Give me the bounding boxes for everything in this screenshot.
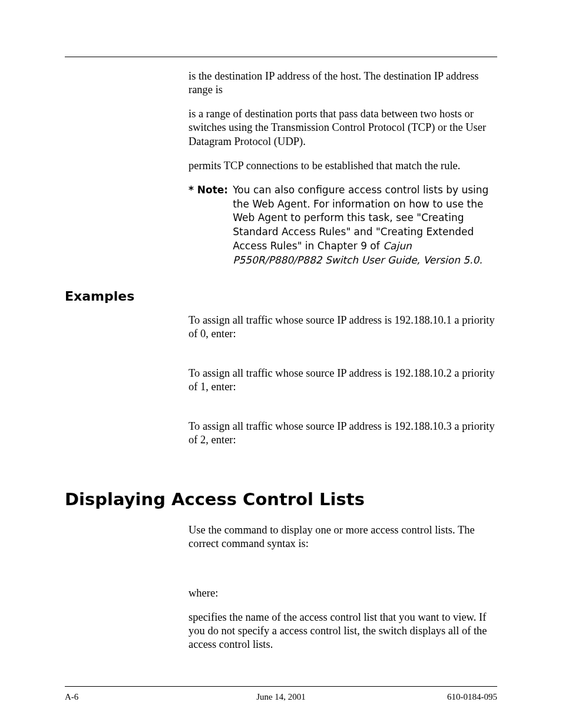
- display-row: Use the command to display one or more a…: [65, 523, 497, 662]
- example-3: To assign all traffic whose source IP ad…: [189, 420, 497, 447]
- examples-body: To assign all traffic whose source IP ad…: [189, 289, 497, 458]
- where-label: where:: [189, 587, 497, 600]
- spacer: [189, 351, 497, 367]
- paragraph-dest-ip: is the destination IP address of the hos…: [189, 70, 497, 97]
- paragraph-dest-ip-text: is the destination IP address of the hos…: [189, 70, 479, 95]
- footer-right: 610-0184-095: [447, 692, 497, 702]
- display-intro-a: Use the: [189, 524, 224, 536]
- example-1: To assign all traffic whose source IP ad…: [189, 314, 497, 341]
- spacer: [189, 289, 497, 314]
- examples-row: Examples To assign all traffic whose sou…: [65, 289, 497, 458]
- body-column: is the destination IP address of the hos…: [189, 70, 497, 274]
- paragraph-dest-port-range: is a range of destination ports that pas…: [189, 107, 497, 148]
- spacer: [65, 274, 497, 289]
- paragraph-permits-tcp: permits TCP connections to be establishe…: [189, 159, 497, 173]
- where-text-paragraph: specifies the name of the access control…: [189, 611, 497, 651]
- note-text: You can also configure access control li…: [233, 183, 497, 268]
- paragraph-dest-port-range-text: is a range of destination ports that pas…: [189, 108, 486, 147]
- display-intro-b: command to display one or more access co…: [189, 524, 475, 549]
- content-area: is the destination IP address of the hos…: [65, 70, 497, 662]
- note-line: * Note: You can also configure access co…: [189, 183, 497, 268]
- section-title: Displaying Access Control Lists: [65, 489, 497, 509]
- spacer: [189, 562, 497, 587]
- top-rule: [65, 57, 497, 57]
- page: is the destination IP address of the hos…: [0, 0, 562, 728]
- note-text-main: You can also configure access control li…: [233, 184, 488, 252]
- page-footer: A-6 June 14, 2001 610-0184-095: [65, 692, 497, 702]
- footer-left: A-6: [65, 692, 78, 702]
- body-row: is the destination IP address of the hos…: [65, 70, 497, 274]
- bottom-rule: [65, 686, 497, 687]
- examples-heading: Examples: [65, 289, 189, 304]
- where-text: specifies the name of the access control…: [189, 611, 487, 650]
- display-intro: Use the command to display one or more a…: [189, 523, 497, 551]
- note-label: * Note:: [189, 183, 228, 197]
- left-stub: Examples: [65, 289, 189, 304]
- example-2: To assign all traffic whose source IP ad…: [189, 367, 497, 394]
- spacer: [65, 457, 497, 473]
- paragraph-permits-tcp-text: permits TCP connections to be establishe…: [189, 160, 460, 172]
- footer-center: June 14, 2001: [65, 692, 497, 702]
- spacer: [189, 404, 497, 420]
- display-body: Use the command to display one or more a…: [189, 523, 497, 662]
- note-block: * Note: You can also configure access co…: [189, 183, 497, 268]
